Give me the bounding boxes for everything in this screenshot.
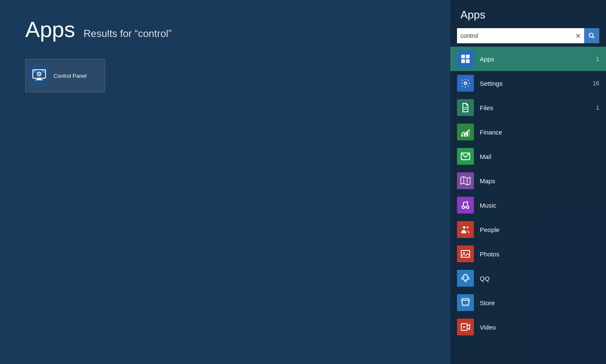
mail-label: Mail [480,153,599,160]
category-item-photos[interactable]: Photos [450,242,606,266]
svg-marker-29 [461,177,470,185]
svg-point-32 [462,206,465,208]
results-subtitle: Results for “control” [84,28,172,40]
maps-svg [460,176,470,186]
svg-rect-2 [35,79,43,80]
music-icon [457,197,474,214]
store-label: Store [480,299,599,306]
sidebar: Apps ✕ Apps 1 [450,0,606,364]
category-item-finance[interactable]: Finance [450,120,606,144]
svg-rect-17 [461,55,465,58]
svg-line-10 [40,75,41,76]
page-title: Apps [25,17,75,42]
people-label: People [480,226,599,233]
results-grid: Control Panel [25,59,425,92]
maps-label: Maps [480,177,599,185]
app-card-control-panel[interactable]: Control Panel [25,59,105,92]
qq-icon [457,270,474,287]
mail-svg [460,151,470,161]
title-area: Apps Results for “control” [25,17,425,42]
category-item-people[interactable]: People [450,217,606,242]
svg-rect-25 [464,133,465,137]
svg-rect-20 [466,59,470,63]
finance-label: Finance [480,129,599,136]
svg-point-4 [39,74,40,75]
svg-point-43 [467,306,468,307]
people-icon [457,221,474,238]
search-icon [588,32,595,39]
music-label: Music [480,202,599,209]
settings-count: 16 [593,80,599,87]
svg-line-9 [37,72,38,73]
category-list: Apps 1 Settings 16 [450,47,606,339]
files-count: 1 [596,104,599,111]
category-item-files[interactable]: Files 1 [450,95,606,120]
category-item-video[interactable]: Video [450,315,606,339]
svg-rect-13 [33,70,37,73]
category-item-qq[interactable]: QQ [450,266,606,290]
people-svg [460,224,470,235]
category-item-mail[interactable]: Mail [450,144,606,169]
svg-point-40 [464,277,465,277]
svg-rect-14 [42,70,45,73]
svg-point-33 [466,206,469,208]
main-content: Apps Results for “control” [0,0,450,364]
svg-point-38 [463,252,465,254]
settings-label: Settings [480,80,593,87]
photos-svg [460,249,470,259]
qq-label: QQ [480,275,599,282]
svg-rect-27 [469,129,470,137]
svg-point-42 [464,306,465,307]
svg-line-16 [593,37,594,38]
app-card-label: Control Panel [53,73,87,79]
search-clear-button[interactable]: ✕ [571,28,584,43]
video-icon [457,319,474,335]
svg-point-39 [463,274,468,280]
svg-rect-26 [466,131,468,137]
files-svg [460,103,470,113]
svg-point-15 [589,33,593,37]
svg-point-21 [464,82,467,84]
sidebar-title: Apps [450,0,606,28]
category-item-apps[interactable]: Apps 1 [450,47,606,71]
category-item-music[interactable]: Music [450,193,606,217]
svg-line-11 [40,72,41,73]
settings-icon [457,75,474,92]
apps-label: Apps [480,55,596,63]
settings-svg [460,78,470,88]
video-label: Video [480,324,599,331]
svg-rect-37 [461,251,470,257]
files-label: Files [480,104,596,111]
music-svg [460,200,470,210]
store-svg [460,298,470,308]
apps-svg [460,54,470,64]
finance-svg [460,127,470,137]
video-svg [460,322,470,332]
finance-icon [457,124,474,140]
svg-point-35 [463,226,465,229]
category-item-store[interactable]: Store [450,290,606,315]
svg-rect-18 [466,55,470,58]
maps-icon [457,172,474,189]
search-input[interactable] [457,28,571,43]
svg-rect-19 [461,59,465,63]
category-item-maps[interactable]: Maps [450,169,606,193]
apps-icon [457,50,474,67]
svg-marker-45 [467,324,470,330]
files-icon [457,99,474,116]
store-icon [457,294,474,311]
apps-count: 1 [596,55,599,62]
category-item-settings[interactable]: Settings 16 [450,71,606,95]
photos-icon [457,245,474,262]
svg-marker-46 [463,326,465,328]
search-bar: ✕ [457,28,599,43]
svg-rect-1 [37,78,41,79]
svg-line-12 [37,75,38,76]
svg-point-41 [466,277,467,277]
photos-label: Photos [480,251,599,258]
svg-rect-24 [461,135,463,137]
svg-point-36 [467,227,469,229]
control-panel-svg [32,68,47,83]
search-submit-button[interactable] [584,28,599,43]
control-panel-icon [29,66,49,86]
